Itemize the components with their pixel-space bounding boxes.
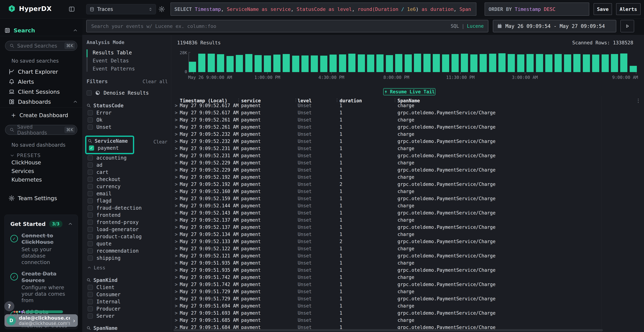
resume-live-tail-button[interactable]: Resume Live Tail — [383, 88, 436, 95]
filter-option-accounting[interactable]: accounting — [86, 154, 168, 161]
table-row[interactable]: >May 27 9:09:52.261 AMpaymentUnset1charg… — [171, 116, 644, 124]
row-expand-icon[interactable]: > — [175, 130, 178, 138]
checkbox[interactable] — [88, 177, 93, 182]
search-icon[interactable] — [88, 139, 92, 143]
checkbox[interactable] — [88, 117, 93, 122]
row-expand-icon[interactable]: > — [175, 102, 178, 109]
sidebar-item-team-settings[interactable]: Team Settings — [0, 193, 82, 203]
histogram-bar[interactable] — [264, 56, 271, 72]
table-row[interactable]: >May 27 9:09:51.685 AMpaymentUnset1charg… — [171, 316, 644, 324]
table-row[interactable]: >May 27 9:09:52.617 AMpaymentUnset1charg… — [171, 102, 644, 109]
histogram-bar[interactable] — [367, 54, 374, 72]
histogram-bar[interactable] — [526, 54, 534, 72]
histogram-bar[interactable] — [395, 54, 402, 72]
filter-option-flagd[interactable]: flagd — [86, 197, 168, 204]
histogram-bars[interactable] — [189, 53, 637, 72]
table-row[interactable]: >May 27 9:09:51.694 AMpaymentUnset1charg… — [171, 302, 644, 310]
sidebar-item-search[interactable]: Search — [4, 26, 78, 35]
filter-option-producer[interactable]: Producer — [86, 305, 168, 312]
preset-kubernetes[interactable]: Kubernetes — [0, 175, 82, 184]
histogram-bar[interactable] — [517, 54, 524, 72]
row-expand-icon[interactable]: > — [175, 188, 178, 195]
denoise-results-row[interactable]: Denoise Results — [86, 89, 168, 97]
table-row[interactable]: >May 27 9:09:51.935 AMpaymentUnset1grpc.… — [171, 266, 644, 274]
row-expand-icon[interactable]: > — [175, 316, 178, 324]
table-row[interactable]: >May 27 9:09:52.229 AMpaymentUnset1grpc.… — [171, 166, 644, 174]
chevron-up-icon[interactable] — [73, 100, 78, 104]
checkbox[interactable] — [88, 306, 93, 312]
filter-option-frontend[interactable]: frontend — [86, 212, 168, 218]
row-expand-icon[interactable]: > — [175, 245, 178, 252]
checkbox[interactable] — [88, 191, 93, 196]
tab-event-patterns[interactable]: Event Patterns — [86, 65, 168, 73]
histogram-bar[interactable] — [545, 54, 552, 72]
histogram-bar[interactable] — [330, 54, 337, 72]
histogram-bar[interactable] — [480, 54, 487, 72]
checkbox[interactable] — [88, 212, 93, 218]
checkbox[interactable] — [88, 220, 93, 225]
histogram-bar[interactable] — [536, 54, 543, 72]
tab-results-table[interactable]: Results Table — [86, 49, 168, 57]
tab-event-deltas[interactable]: Event Deltas — [86, 57, 168, 65]
checkbox[interactable] — [88, 162, 93, 168]
checkbox[interactable] — [88, 314, 93, 318]
checkbox[interactable] — [88, 256, 93, 261]
row-expand-icon[interactable]: > — [175, 288, 178, 295]
sidebar-item-client-sessions[interactable]: Client Sessions — [0, 87, 82, 97]
checkbox[interactable] — [88, 299, 93, 304]
histogram-bar[interactable] — [226, 56, 234, 72]
search-icon[interactable] — [86, 278, 91, 282]
histogram-bar[interactable] — [339, 54, 346, 72]
table-row[interactable]: >May 27 9:09:52.121 AMpaymentUnset1grpc.… — [171, 252, 644, 260]
histogram-bar[interactable] — [302, 56, 308, 72]
histogram-bar[interactable] — [583, 54, 590, 72]
filter-option-frontend-proxy[interactable]: frontend-proxy — [86, 218, 168, 226]
filter-option-recommendation[interactable]: recommendation — [86, 247, 168, 254]
histogram-bar[interactable] — [198, 54, 205, 72]
checkbox[interactable] — [88, 124, 93, 130]
table-row[interactable]: >May 27 9:09:52.137 AMpaymentUnset1grpc.… — [171, 224, 644, 231]
logo[interactable]: HyperDX — [8, 5, 52, 12]
filter-option-cart[interactable]: cart — [86, 168, 168, 176]
row-expand-icon[interactable]: > — [175, 274, 178, 281]
histogram-bar[interactable] — [311, 56, 318, 72]
histogram-bar[interactable] — [470, 54, 478, 72]
row-expand-icon[interactable]: > — [175, 260, 178, 266]
saved-searches-input[interactable]: Saved Searches ⌘K — [5, 41, 77, 51]
denoise-checkbox[interactable] — [86, 90, 92, 96]
row-expand-icon[interactable]: > — [175, 238, 178, 245]
histogram-bar[interactable] — [236, 55, 243, 72]
table-row[interactable]: >May 27 9:09:51.742 AMpaymentUnset1grpc.… — [171, 281, 644, 288]
row-expand-icon[interactable]: > — [175, 266, 178, 274]
checkbox[interactable] — [88, 155, 93, 160]
checkbox[interactable] — [88, 198, 93, 204]
histogram-bar[interactable] — [189, 62, 196, 72]
row-expand-icon[interactable]: > — [175, 231, 178, 238]
filter-option-shipping[interactable]: shipping — [86, 254, 168, 262]
horizontal-scrollbar[interactable] — [174, 329, 603, 331]
filter-option-checkout[interactable]: checkout — [86, 176, 168, 183]
histogram-bar[interactable] — [208, 54, 215, 72]
histogram-bar[interactable] — [508, 54, 515, 72]
filter-option-unset[interactable]: Unset — [86, 124, 168, 130]
row-expand-icon[interactable]: > — [175, 138, 178, 145]
histogram-bar[interactable] — [620, 54, 627, 72]
table-row[interactable]: >May 27 9:09:52.231 AMpaymentUnset1grpc.… — [171, 152, 644, 159]
row-expand-icon[interactable]: > — [175, 109, 178, 116]
table-row[interactable]: >May 27 9:09:52.232 AMpaymentUnset1grpc.… — [171, 138, 644, 145]
preset-clickhouse[interactable]: ClickHouse — [0, 158, 82, 167]
checkbox[interactable] — [88, 110, 93, 116]
histogram-bar[interactable] — [564, 54, 571, 72]
row-expand-icon[interactable]: > — [175, 252, 178, 260]
table-row[interactable]: >May 27 9:09:52.122 AMpaymentUnset1charg… — [171, 245, 644, 252]
table-row[interactable]: >May 27 9:09:52.261 AMpaymentUnset1grpc.… — [171, 124, 644, 130]
saved-dashboards-input[interactable]: Saved Dashboards ⌘K — [5, 125, 77, 135]
checkbox[interactable] — [88, 227, 93, 232]
table-row[interactable]: >May 27 9:09:52.160 AMpaymentUnset1charg… — [171, 188, 644, 195]
histogram-bar[interactable] — [358, 54, 365, 72]
histogram-bar[interactable] — [452, 54, 459, 72]
query-language-toggle[interactable]: SQL | Lucene — [450, 24, 484, 29]
histogram-bar[interactable] — [292, 56, 299, 72]
alerts-button[interactable]: Alerts — [616, 3, 640, 15]
histogram-bar[interactable] — [602, 54, 609, 72]
